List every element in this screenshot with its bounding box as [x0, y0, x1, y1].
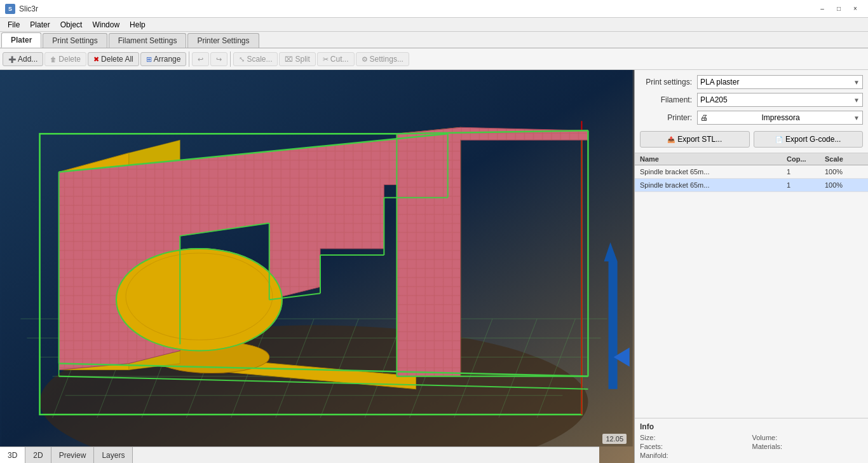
info-title: Info — [640, 422, 863, 431]
printer-row: Printer: 🖨 Impressora ▼ — [640, 111, 863, 125]
undo-button[interactable] — [192, 52, 209, 66]
filament-arrow: ▼ — [853, 97, 860, 104]
view-2d-button[interactable]: 2D — [25, 447, 51, 463]
view-buttons: 3D 2D Preview Layers — [0, 446, 599, 463]
tabbar: Plater Print Settings Filament Settings … — [0, 32, 868, 48]
view-preview-button[interactable]: Preview — [51, 447, 95, 463]
menu-plater[interactable]: Plater — [25, 19, 55, 31]
split-icon — [285, 55, 293, 64]
size-label: Size: — [640, 434, 655, 441]
view-layers-button[interactable]: Layers — [94, 447, 133, 463]
info-grid: Size: Volume: Facets: Materials: Manifol… — [640, 434, 863, 459]
toolbar: Add... Delete Delete All Arrange Scale..… — [0, 48, 868, 70]
object-list-header: Name Cop... Scale — [635, 153, 868, 165]
filament-label: Filament: — [640, 95, 697, 104]
settings-button[interactable]: Settings... — [356, 52, 409, 66]
object-list-section: Name Cop... Scale Spindle bracket 65m...… — [635, 153, 868, 418]
obj-name-1: Spindle bracket 65m... — [640, 168, 787, 176]
facets-label: Facets: — [640, 443, 663, 450]
export-gcode-icon — [775, 135, 783, 144]
facets-row: Facets: — [640, 443, 751, 450]
minimize-button[interactable]: – — [815, 3, 830, 15]
settings-icon — [362, 55, 368, 64]
print-settings-select[interactable]: PLA plaster ▼ — [697, 75, 863, 89]
redo-icon — [216, 55, 222, 64]
add-button[interactable]: Add... — [3, 52, 43, 66]
titlebar: S Slic3r – □ × — [0, 0, 868, 18]
printer-icon: 🖨 — [700, 113, 708, 122]
tab-printer-settings[interactable]: Printer Settings — [187, 33, 259, 48]
scale-icon — [239, 55, 245, 64]
svg-rect-28 — [609, 261, 618, 389]
export-stl-button[interactable]: Export STL... — [640, 131, 750, 148]
table-row[interactable]: Spindle bracket 65m... 1 100% — [635, 179, 868, 192]
obj-copies-2: 1 — [787, 181, 825, 189]
export-gcode-button[interactable]: Export G-code... — [754, 131, 864, 148]
obj-name-2: Spindle bracket 65m... — [640, 181, 787, 189]
obj-copies-1: 1 — [787, 168, 825, 176]
obj-scale-1: 100% — [825, 168, 863, 176]
menu-file[interactable]: File — [3, 19, 25, 31]
export-stl-icon — [667, 135, 675, 144]
tab-filament-settings[interactable]: Filament Settings — [109, 33, 187, 48]
materials-label: Materials: — [752, 443, 783, 450]
menu-help[interactable]: Help — [125, 19, 151, 31]
view-3d-button[interactable]: 3D — [0, 447, 25, 463]
right-panel: Print settings: PLA plaster ▼ Filament: … — [634, 70, 868, 463]
obj-scale-2: 100% — [825, 181, 863, 189]
volume-label: Volume: — [752, 434, 778, 441]
cut-button[interactable]: Cut... — [317, 52, 355, 66]
menu-object[interactable]: Object — [55, 19, 88, 31]
printer-select[interactable]: 🖨 Impressora ▼ — [697, 111, 863, 125]
viewport[interactable]: 12.05 3D 2D Preview Layers — [0, 70, 634, 463]
col-name-header: Name — [640, 155, 787, 163]
printer-value: Impressora — [762, 113, 800, 122]
filament-row: Filament: PLA205 ▼ — [640, 93, 863, 107]
scene-svg — [0, 70, 634, 446]
close-button[interactable]: × — [848, 3, 863, 15]
menu-window[interactable]: Window — [87, 19, 125, 31]
split-button[interactable]: Split — [279, 52, 315, 66]
materials-row: Materials: — [752, 443, 864, 450]
toolbar-separator-2 — [230, 52, 231, 67]
tab-plater[interactable]: Plater — [1, 32, 41, 48]
size-row: Size: — [640, 434, 751, 441]
delete-icon — [50, 55, 57, 64]
add-icon — [8, 55, 16, 64]
print-settings-label: Print settings: — [640, 78, 697, 86]
redo-button[interactable] — [210, 52, 227, 66]
print-settings-row: Print settings: PLA plaster ▼ — [640, 75, 863, 89]
arrange-icon — [146, 55, 152, 64]
printer-label: Printer: — [640, 113, 697, 122]
col-scale-header: Scale — [825, 155, 863, 163]
main-layout: 12.05 3D 2D Preview Layers Print setting… — [0, 70, 868, 463]
coord-display: 12.05 — [602, 434, 627, 444]
arrange-button[interactable]: Arrange — [140, 52, 187, 66]
print-settings-value: PLA plaster — [700, 78, 739, 86]
volume-row: Volume: — [752, 434, 864, 441]
manifold-row: Manifold: — [640, 452, 751, 459]
menubar: File Plater Object Window Help — [0, 18, 868, 32]
delete-all-button[interactable]: Delete All — [88, 52, 139, 66]
toolbar-separator-1 — [189, 52, 189, 67]
delete-all-icon — [93, 55, 99, 64]
titlebar-controls: – □ × — [815, 3, 863, 15]
titlebar-left: S Slic3r — [5, 4, 38, 14]
undo-icon — [198, 55, 203, 64]
maximize-button[interactable]: □ — [831, 3, 846, 15]
titlebar-title: Slic3r — [19, 4, 38, 13]
filament-value: PLA205 — [700, 95, 728, 104]
export-row: Export STL... Export G-code... — [640, 128, 863, 148]
tab-print-settings[interactable]: Print Settings — [43, 33, 107, 48]
info-section: Info Size: Volume: Facets: Materials: — [635, 418, 868, 463]
filament-select[interactable]: PLA205 ▼ — [697, 93, 863, 107]
table-row[interactable]: Spindle bracket 65m... 1 100% — [635, 165, 868, 179]
delete-button[interactable]: Delete — [44, 52, 86, 66]
col-copies-header: Cop... — [787, 155, 825, 163]
app-icon: S — [5, 4, 15, 14]
print-settings-arrow: ▼ — [853, 79, 860, 86]
object-list: Spindle bracket 65m... 1 100% Spindle br… — [635, 165, 868, 192]
printer-arrow: ▼ — [853, 114, 860, 121]
settings-section: Print settings: PLA plaster ▼ Filament: … — [635, 70, 868, 153]
scale-button[interactable]: Scale... — [233, 52, 278, 66]
